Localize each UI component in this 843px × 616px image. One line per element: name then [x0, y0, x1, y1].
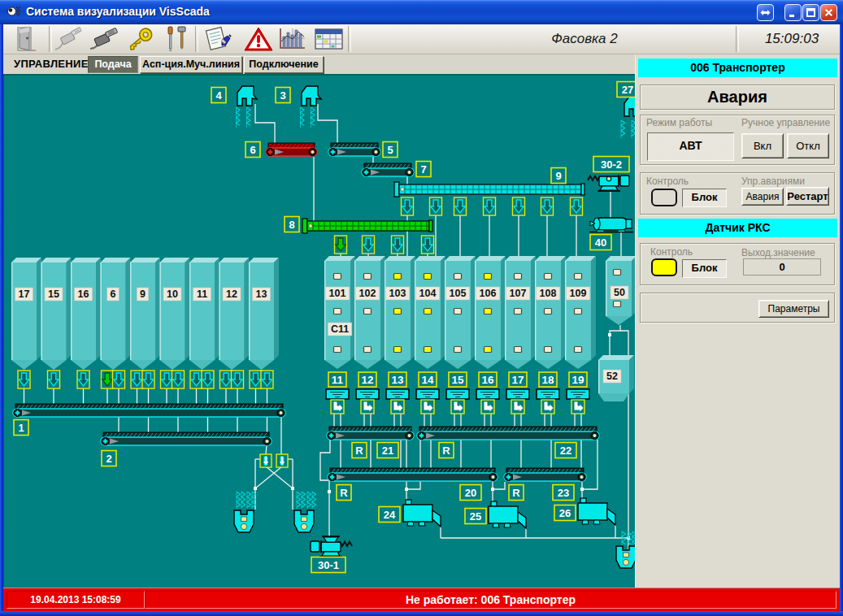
mode-value-box: АВТ: [647, 132, 734, 161]
svg-text:R: R: [355, 445, 363, 457]
svg-text:17: 17: [511, 374, 524, 386]
access-key-icon[interactable]: [124, 25, 156, 53]
control-panel: 006 Транспортер Авария Режим работы АВТ …: [635, 54, 840, 588]
svg-text:C11: C11: [331, 323, 349, 335]
toolbar-separator: [348, 26, 351, 52]
params-button[interactable]: Параметры: [758, 300, 829, 318]
mode-label: Режим работы: [646, 117, 712, 128]
svg-text:1: 1: [18, 422, 24, 434]
off-button[interactable]: Откл: [787, 133, 829, 158]
output-value-label: Выход.значение: [741, 247, 815, 258]
exit-door-icon[interactable]: [10, 25, 42, 53]
svg-text:6: 6: [111, 288, 116, 300]
svg-text:50: 50: [614, 287, 625, 298]
svg-text:106: 106: [480, 288, 497, 299]
weigher-units[interactable]: 111213141516171819: [326, 372, 589, 414]
tab-connection[interactable]: Подключение: [244, 56, 324, 73]
window-title: Система визуализации VisScada: [26, 5, 210, 18]
svg-text:101: 101: [329, 288, 346, 299]
trends-chart-icon[interactable]: [276, 25, 308, 53]
maximize-button[interactable]: [802, 4, 819, 21]
status-text: Авария: [641, 85, 834, 109]
clock-display: 15:09:03: [747, 31, 836, 47]
svg-text:12: 12: [361, 374, 373, 386]
silo-50: 50: [606, 256, 635, 325]
svg-text:104: 104: [419, 288, 437, 299]
svg-text:26: 26: [559, 507, 571, 519]
panel-header-sensor: Датчик РКС: [638, 219, 837, 237]
toolbar-separator: [736, 26, 739, 52]
svg-text:13: 13: [391, 374, 404, 386]
control-block-box[interactable]: Блок: [682, 189, 727, 207]
svg-text:18: 18: [541, 374, 554, 386]
svg-text:12: 12: [226, 288, 237, 300]
tab-podacha[interactable]: Подача: [88, 56, 138, 73]
svg-text:4: 4: [215, 89, 222, 102]
data-table-icon[interactable]: [312, 25, 345, 53]
svg-text:21: 21: [382, 445, 393, 457]
svg-text:107: 107: [510, 288, 527, 299]
svg-text:9: 9: [140, 288, 146, 300]
sensor-indicator-lamp: [651, 258, 677, 276]
screen-name-label: Фасовка 2: [524, 31, 645, 47]
svg-text:23: 23: [558, 487, 569, 499]
cable-plugged-icon[interactable]: [88, 25, 120, 53]
svg-text:16: 16: [481, 374, 494, 386]
svg-text:17: 17: [19, 288, 30, 300]
sensor-block-box[interactable]: Блок: [682, 259, 727, 278]
window-border: [840, 24, 843, 616]
svg-text:R: R: [512, 487, 520, 499]
svg-text:5: 5: [387, 144, 393, 156]
svg-text:R: R: [442, 445, 450, 457]
svg-text:22: 22: [560, 445, 571, 457]
svg-text:102: 102: [359, 288, 376, 299]
svg-text:25: 25: [470, 510, 481, 523]
svg-text:30-2: 30-2: [601, 158, 622, 171]
svg-text:16: 16: [78, 288, 89, 300]
minimize-button[interactable]: [784, 4, 802, 21]
status-box: Авария: [640, 85, 835, 110]
title-bar: Система визуализации VisScada: [0, 0, 843, 24]
svg-text:11: 11: [332, 374, 344, 386]
svg-text:11: 11: [197, 288, 207, 300]
report-journal-icon[interactable]: [202, 25, 235, 53]
svg-text:40: 40: [595, 236, 606, 249]
window-border: [0, 611, 843, 616]
status-datetime: 19.04.2013 15:08:59: [7, 591, 145, 609]
tab-aspiration[interactable]: Асп-ция.Муч.линия: [140, 56, 242, 73]
manual-control-label: Ручное управление: [741, 117, 830, 128]
svg-text:103: 103: [389, 288, 406, 299]
svg-text:15: 15: [451, 374, 464, 386]
cable-unplugged-icon[interactable]: [53, 25, 85, 53]
close-button[interactable]: [820, 4, 837, 21]
menu-control-label[interactable]: УПРАВЛЕНИЕ: [14, 58, 89, 70]
output-value-box: 0: [743, 258, 821, 275]
toolbar-separator: [49, 26, 52, 52]
sensor-control-label: Контроль: [650, 246, 693, 258]
svg-text:19: 19: [571, 374, 584, 386]
resize-button[interactable]: [757, 4, 774, 21]
toolbar: Фасовка 2 15:09:03: [3, 24, 840, 54]
svg-text:105: 105: [450, 288, 467, 299]
toolbar-separator: [195, 26, 198, 52]
window-border: [0, 24, 3, 616]
svg-text:9: 9: [555, 170, 561, 182]
svg-text:10: 10: [167, 288, 178, 300]
process-mimic-canvas[interactable]: 1715166910111213101102103104105106107108…: [3, 74, 635, 588]
svg-text:13: 13: [256, 288, 267, 300]
tab-strip: УПРАВЛЕНИЕ Подача Асп-ция.Муч.линия Подк…: [3, 54, 635, 74]
alarm-group-label: Упр.авариями: [741, 176, 805, 187]
svg-text:R: R: [340, 487, 348, 499]
svg-text:109: 109: [570, 288, 587, 299]
alarm-button[interactable]: Авария: [741, 188, 784, 206]
svg-text:52: 52: [606, 371, 618, 382]
restart-button[interactable]: Рестарт: [786, 187, 829, 206]
on-button[interactable]: Вкл: [741, 133, 784, 158]
svg-text:15: 15: [48, 288, 59, 300]
tools-setup-icon[interactable]: [160, 25, 193, 53]
svg-text:7: 7: [420, 163, 426, 176]
svg-text:108: 108: [540, 288, 557, 299]
app-icon: [7, 6, 21, 18]
alarm-warning-icon[interactable]: [242, 25, 275, 53]
silo-bank-left: 1715166910111213: [11, 258, 279, 370]
